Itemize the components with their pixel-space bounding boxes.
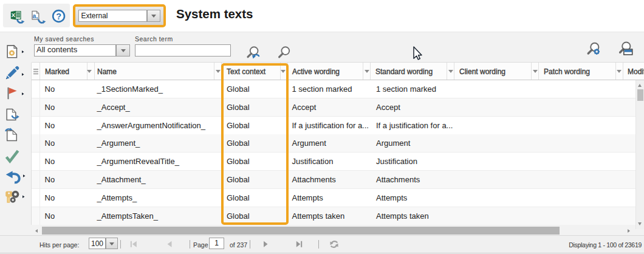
svg-text:X: X bbox=[12, 12, 16, 18]
svg-text:?: ? bbox=[56, 12, 61, 21]
svg-text:a,: a, bbox=[33, 12, 38, 19]
